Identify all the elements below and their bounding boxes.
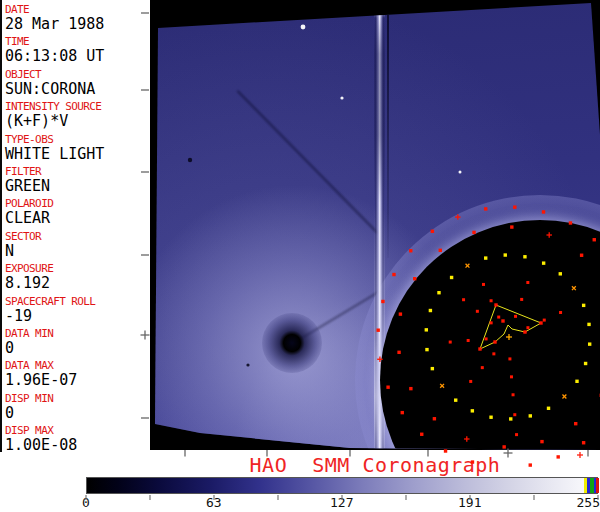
metadata-field: FILTER GREEN [5,165,150,197]
metadata-field-value: SUN:CORONA [5,81,150,98]
dark-spot-artifact [262,313,322,373]
metadata-field: DISP MAX 1.00E-08 [5,424,150,456]
colorbar-tick-label: 255 [577,496,600,510]
metadata-field: SECTOR N [5,230,150,262]
metadata-field: TYPE-OBS WHITE LIGHT [5,133,150,165]
colorbar-tick-label: 0 [82,496,90,510]
metadata-field: INTENSITY SOURCE (K+F)*V [5,100,150,132]
colorbar-saturation-stripe [596,478,599,493]
metadata-panel: DATE 28 Mar 1988 TIME 06:13:08 UT OBJECT… [0,0,150,452]
metadata-field-label: SECTOR [5,230,150,243]
metadata-field-value: GREEN [5,178,150,195]
metadata-field-value: CLEAR [5,210,150,227]
metadata-field-value: 28 Mar 1988 [5,16,150,33]
metadata-field-value: WHITE LIGHT [5,146,150,163]
metadata-field-value: 0 [5,340,150,357]
metadata-field: POLAROID CLEAR [5,197,150,229]
metadata-field-label: TYPE-OBS [5,133,150,146]
colorbar-tick-label: 127 [330,496,353,510]
metadata-field-value: 1.00E-08 [5,437,150,454]
metadata-field-value: 0 [5,405,150,422]
image-title: HAO SMM Coronagraph [150,455,600,476]
metadata-field-value: -19 [5,308,150,325]
metadata-field: DATA MAX 1.96E-07 [5,359,150,391]
colorbar [86,477,598,494]
metadata-field-value: (K+F)*V [5,113,150,130]
metadata-field: SPACECRAFT ROLL -19 [5,295,150,327]
metadata-field: DISP MIN 0 [5,392,150,424]
metadata-field: OBJECT SUN:CORONA [5,68,150,100]
colorbar-tick-label: 63 [206,496,222,510]
metadata-field: DATA MIN 0 [5,327,150,359]
metadata-field-label: OBJECT [5,68,150,81]
metadata-field-list: DATE 28 Mar 1988 TIME 06:13:08 UT OBJECT… [5,3,150,456]
metadata-field-value: 8.192 [5,275,150,292]
metadata-field-label: SPACECRAFT ROLL [5,295,150,308]
metadata-field: DATE 28 Mar 1988 [5,3,150,35]
colorbar-tick-label: 191 [458,496,481,510]
metadata-field: EXPOSURE 8.192 [5,262,150,294]
metadata-field-label: DATA MIN [5,327,150,340]
metadata-field: TIME 06:13:08 UT [5,35,150,67]
pylon-shadow-line [387,8,389,258]
metadata-field-label: DISP MIN [5,392,150,405]
metadata-field-value: 1.96E-07 [5,372,150,389]
smm-coronagraph-viewer: DATE 28 Mar 1988 TIME 06:13:08 UT OBJECT… [0,0,600,512]
metadata-field-value: 06:13:08 UT [5,48,150,65]
dark-streak-diagonal [237,90,379,234]
metadata-field-value: N [5,243,150,260]
image-frame [150,0,600,450]
coronagraph-image [150,0,600,450]
metadata-field-label: FILTER [5,165,150,178]
